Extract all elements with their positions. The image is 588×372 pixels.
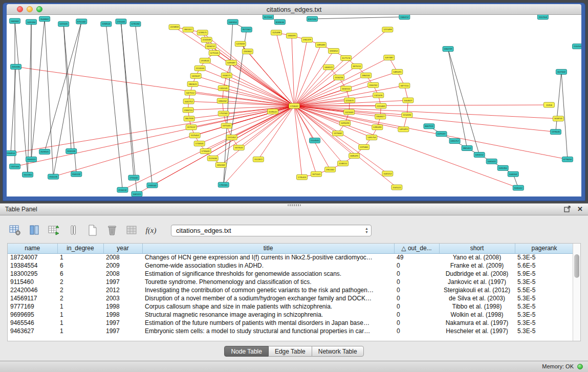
graph-node[interactable]: 1724022 — [289, 103, 299, 108]
table-cell[interactable]: 5.3E-5 — [515, 278, 574, 286]
table-cell[interactable]: Changes of HCN gene expression and I(f) … — [142, 253, 394, 261]
graph-node[interactable]: 1519034 — [207, 156, 218, 161]
graph-node[interactable]: 1765341 — [218, 182, 229, 187]
graph-node[interactable]: 1321504 — [10, 164, 20, 169]
table-cell[interactable]: 5.3E-5 — [515, 311, 574, 319]
graph-node[interactable]: 1375841 — [359, 145, 369, 150]
network-window[interactable]: citations_edges.txt 17240222226858180531… — [3, 3, 585, 201]
graph-node[interactable]: 15958 — [543, 102, 554, 107]
graph-edge[interactable] — [294, 106, 558, 119]
graph-edge[interactable] — [200, 68, 294, 106]
graph-node[interactable]: 1004627 — [403, 98, 413, 103]
graph-edge[interactable] — [312, 17, 404, 19]
graph-node[interactable]: 1675441 — [221, 123, 232, 128]
table-cell[interactable]: Jankovic et al. (1997) — [439, 278, 515, 286]
graph-node[interactable]: 9571342 — [241, 27, 252, 32]
float-panel-icon[interactable] — [563, 205, 571, 213]
column-header[interactable]: in_degree — [57, 244, 103, 253]
select-columns-icon[interactable] — [28, 224, 41, 237]
graph-node[interactable]: 1042752 — [183, 99, 194, 104]
table-cell[interactable]: 22420046 — [8, 286, 57, 294]
graph-node[interactable]: 1501355 — [23, 172, 33, 177]
graph-node[interactable]: 8183034 — [274, 19, 285, 25]
table-cell[interactable]: 5.5E-5 — [515, 286, 574, 294]
table-cell[interactable]: 1 — [57, 319, 103, 327]
table-cell[interactable]: 5.3E-5 — [515, 319, 574, 327]
graph-node[interactable]: 2051630 — [11, 64, 21, 69]
graph-node[interactable]: 1679197 — [436, 132, 447, 137]
graph-edge[interactable] — [121, 21, 137, 194]
table-cell[interactable]: 1 — [57, 302, 103, 311]
column-header[interactable]: title — [142, 244, 394, 253]
table-cell[interactable]: 5.3E-5 — [515, 294, 574, 302]
graph-node[interactable]: 1752342 — [218, 111, 229, 116]
table-cell[interactable]: 2 — [57, 294, 103, 302]
column-header[interactable]: name — [8, 244, 57, 253]
table-cell[interactable]: 14569117 — [8, 294, 57, 302]
table-cell[interactable]: 1998 — [103, 311, 142, 319]
table-cell[interactable]: 5.3E-5 — [515, 327, 574, 335]
graph-node[interactable]: 1658741 — [553, 116, 563, 121]
graph-node[interactable]: 1735441 — [200, 149, 211, 154]
graph-node[interactable]: 1045152 — [382, 171, 393, 176]
table-cell[interactable]: Structural magnetic resonance image aver… — [142, 311, 394, 319]
graph-node[interactable]: 1495493 — [398, 127, 409, 132]
graph-edge[interactable] — [239, 106, 294, 148]
network-window-titlebar[interactable]: citations_edges.txt — [7, 4, 581, 15]
table-settings-icon[interactable] — [8, 224, 21, 237]
graph-node[interactable]: 1673541 — [233, 145, 244, 150]
graph-node[interactable]: 2153163 — [194, 65, 205, 71]
graph-node[interactable]: 1406122 — [323, 64, 334, 70]
graph-node[interactable]: 1905135 — [48, 174, 59, 179]
network-canvas[interactable]: 1724022222685818053171239571224200816562… — [7, 15, 581, 196]
table-cell[interactable]: 1998 — [103, 302, 142, 311]
table-row[interactable]: 969969511998Structural magnetic resonanc… — [8, 311, 574, 319]
table-row[interactable]: 2242004622012Investigating the contribut… — [8, 286, 574, 294]
table-cell[interactable]: 2 — [57, 286, 103, 294]
graph-node[interactable]: 1510542 — [572, 44, 581, 49]
table-cell[interactable]: Dudbridge et al. (2008) — [439, 270, 515, 278]
rows-icon[interactable] — [67, 224, 80, 237]
graph-node[interactable]: 9572342 — [263, 15, 273, 19]
graph-edge[interactable] — [294, 106, 330, 169]
graph-node[interactable]: 1427512 — [185, 90, 195, 95]
graph-edge[interactable] — [45, 21, 81, 152]
table-cell[interactable]: 0 — [394, 319, 439, 327]
graph-node[interactable]: 1184914 — [7, 151, 16, 156]
table-cell[interactable]: 0 — [394, 327, 439, 335]
graph-node[interactable]: 8751442 — [76, 19, 87, 24]
table-row[interactable]: 1938455462009Genome-wide association stu… — [8, 261, 574, 270]
table-cell[interactable]: 19384554 — [8, 261, 57, 270]
graph-edge[interactable] — [121, 21, 134, 178]
splitter-grip[interactable] — [288, 204, 301, 206]
graph-node[interactable]: 1559139 — [66, 149, 77, 154]
graph-node[interactable]: 1420047 — [190, 73, 201, 78]
table-cell[interactable]: 9463627 — [8, 327, 57, 335]
table-cell[interactable]: 0 — [394, 302, 439, 311]
graph-node[interactable]: 1239571 — [197, 30, 208, 35]
graph-node[interactable]: 1376045 — [550, 129, 561, 135]
graph-node[interactable]: 1512872 — [253, 157, 264, 162]
table-cell[interactable]: Embryonic stem cells: a model to study s… — [142, 327, 394, 335]
table-cell[interactable]: 1997 — [103, 319, 142, 327]
table-row[interactable]: 1830029562008Estimation of significance … — [8, 270, 574, 278]
graph-edge[interactable] — [28, 22, 31, 174]
graph-node[interactable]: 1485091 — [392, 69, 403, 74]
table-row[interactable]: 977716911998Corpus callosum shape and si… — [8, 302, 574, 311]
graph-edge[interactable] — [556, 72, 561, 132]
graph-node[interactable]: 1125498 — [271, 30, 281, 35]
graph-node[interactable]: 1656212 — [205, 44, 216, 49]
graph-node[interactable]: 2242008 — [201, 37, 212, 42]
delete-icon[interactable] — [105, 224, 119, 237]
table-cell[interactable]: 1997 — [103, 327, 142, 335]
graph-edge[interactable] — [227, 75, 294, 106]
graph-edge[interactable] — [294, 45, 321, 106]
graph-node[interactable]: 1877151 — [399, 83, 410, 88]
table-scrollbar[interactable] — [573, 244, 580, 341]
table-cell[interactable]: 5.3E-5 — [515, 253, 574, 261]
table-cell[interactable]: 49 — [394, 253, 439, 261]
table-cell[interactable]: Corpus callosum shape and size in male p… — [142, 302, 394, 311]
table-cell[interactable]: Tourette syndrome. Phenomenology and cla… — [142, 278, 394, 286]
graph-node[interactable]: 2058171 — [221, 73, 232, 78]
graph-node[interactable]: 1841412 — [462, 146, 472, 151]
